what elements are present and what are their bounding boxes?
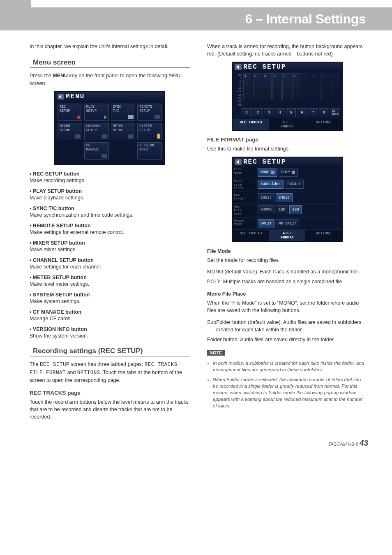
file-format-para: Use this to make file format settings.: [207, 145, 367, 153]
lcd-rec-tracks: REC SETUP dB 0 -6 -12 -18 -24 -30 -36 -4…: [232, 62, 343, 130]
meter-ch: 8: [312, 73, 321, 100]
tab-row: REC TRACKS FILE FORMAT OPTIONS: [233, 119, 342, 130]
label: SYSTEM SETUP: [139, 124, 152, 132]
opt: 16bit: [258, 193, 274, 202]
menu-btn-channel-setup: CHANNEL SETUP: [84, 123, 109, 140]
label: Pause Mode: [233, 218, 256, 229]
desc: Manage CF cards.: [30, 316, 190, 321]
head: • CF MANAGE button: [30, 309, 81, 315]
s: -6: [234, 80, 242, 83]
lcd-menu-title: MENU: [55, 92, 164, 101]
n: 7: [303, 74, 305, 78]
label: MIXER SETUP: [60, 124, 70, 132]
item-cf: • CF MANAGE buttonManage CF cards.: [30, 309, 190, 321]
rec-tracks-para: Touch the record arm buttons below the l…: [30, 398, 190, 421]
meter-ch: 7: [302, 73, 311, 100]
meter-ch: R: [331, 73, 340, 100]
item-play: • PLAY SETUP buttonMake playback setting…: [30, 188, 190, 201]
meter-ch: 2: [253, 73, 262, 100]
n: 2: [254, 74, 256, 78]
n: 8: [313, 74, 315, 78]
file-mode-poly: POLY: Multiple tracks are handled as a s…: [207, 278, 367, 285]
s: 0: [234, 76, 242, 80]
t: screen has three tabbed pages:: [69, 361, 145, 367]
menu-btn-sync-tc: SYNC T/C: [111, 104, 136, 121]
tab-file-format: FILE FORMAT: [269, 230, 306, 241]
arm-btn: 5: [286, 108, 296, 117]
menu-grid: REC SETUP PLAY SETUP SYNC T/C REMOTE SET…: [55, 101, 164, 162]
meter-ch: 3: [263, 73, 272, 100]
lcd-title: REC SETUP: [233, 62, 342, 72]
meter-scale: dB 0 -6 -12 -18 -24 -30 -36 -48 -60: [234, 73, 242, 106]
menu-btn-empty: [111, 142, 136, 160]
lcd-file-format: REC SETUP File Mode MONO POLY Mono File …: [232, 157, 343, 242]
cf-icon: [101, 154, 107, 158]
opt: 1GB: [276, 205, 288, 214]
meter-row: dB 0 -6 -12 -18 -24 -30 -36 -48 -60 1 2 …: [233, 72, 342, 108]
menu-btn-cf-manage: CF MANAGE: [84, 142, 109, 160]
menu-btn-mixer-setup: MIXER SETUP: [58, 123, 82, 140]
ff-row-maxsize: Max File Size 640MB 1GB 2GB: [233, 204, 342, 217]
t-mono: FILE FORMAT: [30, 370, 66, 376]
s: -12: [234, 83, 242, 86]
arm-btn: 2: [253, 108, 263, 117]
menu-btn-remote-setup: REMOTE SETUP: [137, 104, 162, 121]
desc: Make recording settings.: [30, 178, 190, 183]
t-mono: OPTIONS: [77, 370, 100, 376]
menu-btn-version-info: VERSION INFO: [137, 142, 162, 160]
intro-text: In this chapter, we explain the unit's i…: [30, 43, 190, 50]
ff-row-pausemode: Pause Mode SPLIT NO SPLIT: [233, 218, 342, 230]
ff-row-monoplace: Mono File Place SubFolder Folder: [233, 178, 342, 192]
n: R: [332, 74, 334, 78]
back-arrow-icon: [235, 159, 242, 165]
label: VERSION INFO: [139, 143, 154, 151]
arm-btn: 3: [264, 108, 274, 117]
left-column: In this chapter, we explain the unit's i…: [30, 43, 190, 425]
t-mono: REC TRACKS: [145, 362, 178, 368]
menu-btn-rec-setup: REC SETUP: [58, 104, 82, 121]
t-mono: REC SETUP: [40, 362, 69, 368]
opt: NO SPLIT: [276, 219, 299, 228]
label: REMOTE SETUP: [139, 105, 152, 113]
opt: MONO: [258, 168, 277, 177]
n: 3: [264, 74, 266, 78]
head: • REMOTE SETUP button: [30, 223, 91, 229]
label: SYNC T/C: [113, 105, 121, 113]
arm-row: 1 2 3 4 5 6 7 8 LR 2MIX: [233, 108, 342, 119]
s: -36: [234, 97, 242, 100]
s: -48: [234, 100, 242, 103]
ff-row-bitlength: Bit Length 16bit 24bit: [233, 192, 342, 204]
n: 5: [284, 74, 286, 78]
rec-tracks-heading: REC TRACKS page: [30, 390, 190, 396]
sync-icon: [128, 115, 134, 119]
file-mode-p1: Set the mode for recording files.: [207, 257, 367, 264]
head: • PLAY SETUP button: [30, 188, 82, 194]
remote-icon: [154, 115, 160, 119]
desc: Make playback settings.: [30, 195, 190, 201]
lcd-menu-screenshot: MENU REC SETUP PLAY SETUP SYNC T/C REMOT…: [54, 91, 165, 165]
desc: Make settings for each channel.: [30, 264, 190, 270]
right-intro: When a track is armed for recording, the…: [207, 43, 367, 58]
arm-btn: 6: [297, 108, 307, 117]
item-meter: • METER SETUP buttonMake level meter set…: [30, 275, 190, 287]
menu-screen-para: Press the MENU key on the front panel to…: [30, 72, 190, 87]
desc: Make mixer settings.: [30, 247, 190, 252]
item-mixer: • MIXER SETUP buttonMake mixer settings.: [30, 240, 190, 252]
desc: Make level meter settings.: [30, 281, 190, 287]
file-mode-head: File Mode: [207, 247, 367, 255]
arm-btn: 1: [242, 108, 252, 117]
n: 4: [274, 74, 276, 78]
meter-ch: 1: [243, 73, 252, 100]
s: -18: [234, 86, 242, 90]
t: key on the front panel to open the follo…: [68, 73, 168, 79]
meter-ch: L: [321, 73, 330, 100]
lcd-title-text: MENU: [66, 93, 85, 100]
channel-icon: [101, 134, 107, 139]
arm-btn: LR 2MIX: [330, 108, 340, 117]
lcd-title-text: REC SETUP: [243, 158, 286, 166]
head: • VERSION INFO button: [30, 326, 87, 332]
menu-btn-meter-setup: METER SETUP: [111, 123, 136, 140]
head: • REC SETUP button: [30, 171, 80, 177]
label: Bit Length: [233, 192, 256, 204]
arm-btn: 4: [275, 108, 285, 117]
